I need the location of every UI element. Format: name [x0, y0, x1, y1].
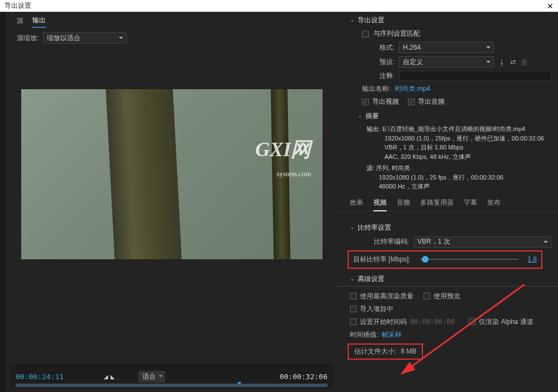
- use-preview-checkbox[interactable]: [424, 293, 430, 299]
- zoom-fit-select[interactable]: 适合: [138, 371, 165, 383]
- close-icon[interactable]: ✕: [547, 2, 554, 11]
- interp-label: 时间插值:: [350, 330, 378, 340]
- watermark: GXI网 system.com: [255, 139, 311, 180]
- window-title: 导出设置: [4, 1, 31, 11]
- summary-src-line3: 48000 Hz，立体声: [367, 182, 547, 191]
- slider-thumb[interactable]: [422, 256, 429, 263]
- tab-audio[interactable]: 音频: [397, 198, 410, 211]
- start-tc-value: 00:00:00:00: [410, 318, 454, 326]
- comment-label: 注释:: [372, 71, 395, 81]
- max-quality-checkbox[interactable]: [350, 293, 357, 299]
- summary-block: 输出: E:\百度经验_能导出小文件且清晰的视频\时尚类.mp4 1920x10…: [338, 123, 558, 195]
- summary-src-line1: 序列, 时尚类: [376, 164, 410, 171]
- chevron-down-icon[interactable]: ⌄: [350, 17, 354, 23]
- scale-label: 源缩放:: [17, 33, 39, 43]
- target-bitrate-value[interactable]: 1.8: [527, 255, 537, 263]
- tab-effects[interactable]: 效果: [350, 198, 363, 211]
- watermark-big: GXI网: [255, 138, 311, 161]
- preset-select[interactable]: 自定义: [399, 56, 494, 67]
- format-label: 格式:: [372, 43, 395, 52]
- summary-out-line4: AAC, 320 Kbps, 48 kHz, 立体声: [367, 152, 547, 162]
- est-size-value: 8 MB: [401, 347, 416, 355]
- summary-out-path: E:\百度经验_能导出小文件且清晰的视频\时尚类.mp4: [382, 125, 525, 132]
- tab-caption[interactable]: 字幕: [464, 198, 477, 211]
- bitrate-encoding-label: 比特率编码:: [369, 237, 409, 246]
- import-project-label: 导入项目中: [360, 304, 393, 314]
- summary-src-label: 源:: [367, 164, 374, 171]
- chevron-down-icon[interactable]: ⌄: [358, 113, 362, 119]
- match-sequence-label: 与序列设置匹配: [373, 29, 420, 38]
- max-quality-label: 使用最高渲染质量: [360, 292, 413, 301]
- chevron-down-icon[interactable]: ⌄: [350, 275, 354, 282]
- start-tc-label: 设置开始时间码: [360, 317, 407, 327]
- timeline-track[interactable]: [16, 384, 328, 387]
- export-video-checkbox[interactable]: [362, 99, 369, 105]
- export-settings-heading: 导出设置: [358, 16, 384, 25]
- tab-publish[interactable]: 发布: [487, 198, 501, 211]
- format-value: H.264: [403, 43, 421, 51]
- export-video-label: 导出视频: [372, 97, 399, 107]
- estimated-size-highlight: 估计文件大小: 8 MB: [348, 343, 423, 360]
- preset-value: 自定义: [403, 57, 423, 67]
- timeline[interactable]: 00:00:24:11 ◢ ◣ 适合 ▼ 00:00:32:06: [10, 364, 333, 389]
- target-bitrate-highlight: 目标比特率 [Mbps]: 1.8: [348, 250, 542, 269]
- delete-preset-icon: 🗑: [521, 58, 528, 66]
- target-bitrate-label: 目标比特率 [Mbps]:: [353, 255, 411, 264]
- import-project-checkbox[interactable]: [350, 306, 357, 312]
- chevron-down-icon[interactable]: ⌄: [350, 224, 354, 230]
- timecode-duration: 00:00:32:06: [280, 372, 328, 381]
- summary-out-line2: 1920x1080 (1.0)，25fps，逐行，硬件已加速，00:00:32:…: [367, 134, 547, 143]
- left-gutter: [0, 12, 6, 392]
- scale-select[interactable]: 缩放以适合: [43, 32, 127, 43]
- export-audio-label: 导出音频: [418, 97, 445, 107]
- format-select[interactable]: H.264: [399, 42, 494, 53]
- tab-source[interactable]: 源: [17, 16, 23, 27]
- zoom-fit-value: 适合: [142, 372, 156, 380]
- advanced-heading: 高级设置: [358, 274, 384, 284]
- import-preset-icon[interactable]: ⇄: [510, 58, 516, 66]
- use-preview-label: 使用预览: [434, 292, 460, 301]
- est-size-label: 估计文件大小:: [354, 347, 396, 356]
- summary-out-label: 输出:: [367, 125, 381, 132]
- tab-output[interactable]: 输出: [32, 16, 46, 28]
- video-preview: GXI网 system.com: [21, 89, 323, 259]
- summary-heading: 摘要: [365, 112, 379, 121]
- timecode-current[interactable]: 00:00:24:11: [16, 372, 64, 381]
- outname-label: 输出名称:: [362, 84, 391, 94]
- interp-value[interactable]: 帧采样: [382, 330, 402, 340]
- bitrate-encoding-value: VBR，1 次: [417, 237, 450, 246]
- in-point-icon[interactable]: ◢: [104, 374, 108, 380]
- preset-label: 预设:: [372, 57, 395, 67]
- output-filename-link[interactable]: 时尚类.mp4: [395, 84, 430, 94]
- scale-value: 缩放以适合: [47, 33, 80, 43]
- alpha-only-checkbox[interactable]: [469, 318, 475, 325]
- tab-video[interactable]: 视频: [373, 198, 387, 211]
- alpha-only-label: 仅渲染 Alpha 通道: [479, 317, 533, 327]
- save-preset-icon[interactable]: ⭳: [498, 58, 506, 66]
- bitrate-heading: 比特率设置: [358, 223, 391, 233]
- match-sequence-checkbox[interactable]: [362, 31, 369, 37]
- out-point-icon[interactable]: ◣: [110, 374, 115, 380]
- export-audio-checkbox[interactable]: [408, 99, 415, 105]
- comment-input[interactable]: [399, 71, 551, 81]
- target-bitrate-slider[interactable]: [420, 259, 519, 260]
- bitrate-encoding-select[interactable]: VBR，1 次: [413, 236, 551, 248]
- summary-out-line3: VBR，1 次，目标 1.80 Mbps: [367, 143, 547, 152]
- tab-mux[interactable]: 多路复用器: [420, 198, 454, 211]
- watermark-small: system.com: [277, 170, 311, 178]
- summary-src-line2: 1920x1080 (1.0)，25 fps，逐行，00:00:32:06: [367, 173, 547, 182]
- start-tc-checkbox[interactable]: [350, 318, 357, 325]
